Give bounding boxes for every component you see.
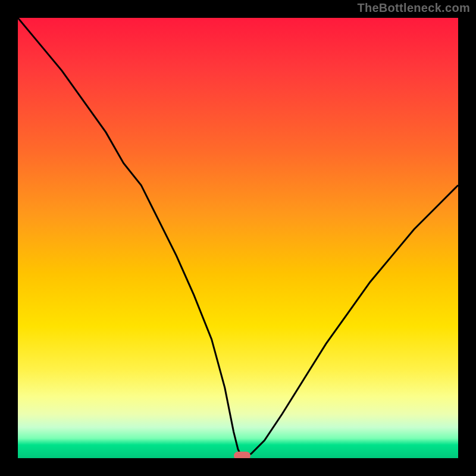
plot-area <box>18 18 458 458</box>
watermark-text: TheBottleneck.com <box>357 1 470 15</box>
bottleneck-curve <box>18 18 458 458</box>
chart-frame: TheBottleneck.com <box>0 0 476 476</box>
optimal-marker <box>234 452 250 458</box>
curve-svg <box>18 18 458 458</box>
